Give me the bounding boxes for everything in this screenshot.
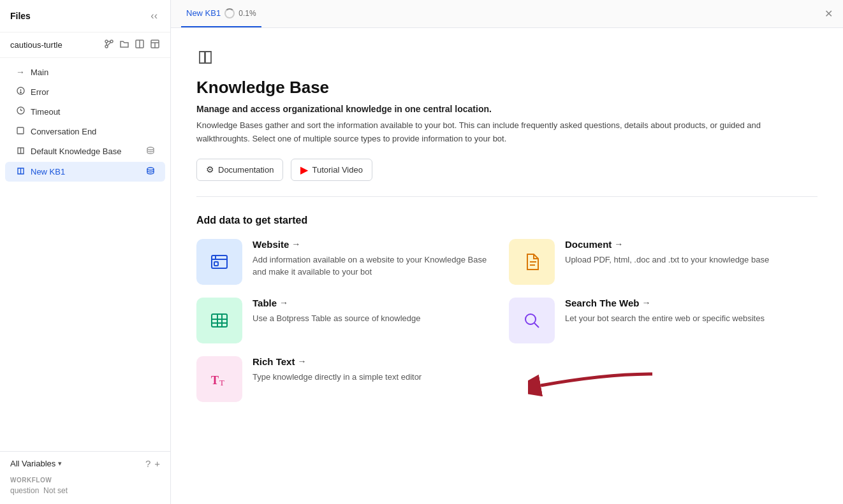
svg-rect-23 <box>214 262 218 266</box>
arrow-icon-search-web: → <box>641 298 650 308</box>
sidebar-bottom: All Variables ▾ ? + WORKFLOW question No… <box>0 451 170 504</box>
card-title-rich-text: Rich Text → <box>253 356 496 367</box>
tab-label: New KB1 <box>186 8 221 18</box>
card-icon-table <box>196 298 242 343</box>
documentation-button[interactable]: ⚙ Documentation <box>196 159 283 181</box>
nav-item-new-kb1[interactable]: New KB1 <box>5 162 165 182</box>
svg-point-13 <box>20 92 21 93</box>
nav-label-timeout: Timeout <box>31 107 60 117</box>
card-desc-document: Upload PDF, html, .doc and .txt to your … <box>565 254 809 266</box>
card-icon-website <box>196 239 242 285</box>
sidebar: Files ‹‹ cautious-turtle <box>0 0 171 504</box>
folder-icon[interactable] <box>119 39 129 51</box>
sidebar-header: Files ‹‹ <box>0 0 170 32</box>
sidebar-nav: → Main Error Timeout <box>0 58 170 451</box>
nav-label-conversation-end: Conversation End <box>31 127 96 136</box>
branch-icon[interactable] <box>104 39 114 51</box>
clock-icon <box>15 106 26 117</box>
card-icon-document <box>509 239 555 285</box>
all-variables-row: All Variables ▾ ? + <box>10 458 160 469</box>
doc-icon: ⚙ <box>206 164 214 175</box>
nav-item-error[interactable]: Error <box>5 82 165 101</box>
svg-point-1 <box>110 40 113 43</box>
kb-subtitle: Manage and access organizational knowled… <box>196 104 817 114</box>
nav-label-main: Main <box>31 68 48 77</box>
card-desc-website: Add information available on a website t… <box>253 254 496 278</box>
doc-btn-label: Documentation <box>218 165 274 175</box>
close-tab-button[interactable]: ✕ <box>821 8 833 20</box>
db-icon-default-kb <box>146 146 155 157</box>
kb-title: Knowledge Base <box>196 78 817 97</box>
tutorial-video-button[interactable]: ▶ Tutorial Video <box>291 159 372 181</box>
nav-label-error: Error <box>31 87 49 97</box>
collapse-sidebar-button[interactable]: ‹‹ <box>148 9 160 23</box>
all-variables-dropdown[interactable]: All Variables ▾ <box>10 459 62 468</box>
svg-point-0 <box>105 40 108 43</box>
svg-text:T: T <box>211 374 219 387</box>
add-variable-button[interactable]: + <box>154 458 160 469</box>
arrow-right-icon: → <box>15 67 26 77</box>
main-body: Knowledge Base Manage and access organiz… <box>171 28 843 504</box>
nav-item-conversation-end[interactable]: Conversation End <box>5 122 165 141</box>
table-icon[interactable] <box>150 39 160 51</box>
card-desc-search-web: Let your bot search the entire web or sp… <box>565 312 809 325</box>
tab-bar: New KB1 0.1% ✕ <box>171 0 843 28</box>
workflow-var-name: question <box>10 486 39 495</box>
arrow-icon-rich-text: → <box>297 356 306 366</box>
tab-loader <box>224 8 235 18</box>
workflow-section: WORKFLOW question Not set <box>10 474 160 498</box>
cards-grid: Website → Add information available on a… <box>196 239 809 402</box>
card-rich-text[interactable]: T T Rich Text → Type knowledge directly … <box>196 356 496 402</box>
card-icon-search-web <box>509 298 555 343</box>
card-content-rich-text: Rich Text → Type knowledge directly in a… <box>253 356 496 384</box>
var-actions: ? + <box>145 458 160 469</box>
nav-item-default-kb[interactable]: Default Knowledge Base <box>5 141 165 161</box>
nav-label-new-kb1: New KB1 <box>31 167 65 176</box>
svg-point-18 <box>147 147 154 150</box>
card-title-search-web: Search The Web → <box>565 298 809 308</box>
card-search-web[interactable]: Search The Web → Let your bot search the… <box>509 298 809 343</box>
card-content-website: Website → Add information available on a… <box>253 239 496 278</box>
card-title-website: Website → <box>253 239 496 250</box>
sidebar-title: Files <box>10 11 31 21</box>
card-content-document: Document → Upload PDF, html, .doc and .t… <box>565 239 809 266</box>
nav-label-default-kb: Default Knowledge Base <box>31 147 121 156</box>
help-button[interactable]: ? <box>145 458 150 469</box>
tutorial-btn-label: Tutorial Video <box>312 165 363 175</box>
card-document[interactable]: Document → Upload PDF, html, .doc and .t… <box>509 239 809 285</box>
card-table[interactable]: Table → Use a Botpress Table as source o… <box>196 298 496 343</box>
error-icon <box>15 87 26 97</box>
tab-new-kb1[interactable]: New KB1 0.1% <box>181 0 261 27</box>
arrow-icon-table: → <box>279 298 288 308</box>
svg-point-19 <box>147 168 154 170</box>
card-desc-table: Use a Botpress Table as source of knowle… <box>253 312 496 325</box>
red-arrow-indicator <box>528 368 656 402</box>
card-content-table: Table → Use a Botpress Table as source o… <box>253 298 496 325</box>
arrow-icon-document: → <box>614 239 623 249</box>
card-content-search-web: Search The Web → Let your bot search the… <box>565 298 809 325</box>
youtube-icon: ▶ <box>300 164 308 176</box>
card-icon-rich-text: T T <box>196 356 242 402</box>
sidebar-username: cautious-turtle <box>10 40 62 50</box>
svg-point-31 <box>525 314 536 324</box>
square-icon <box>15 126 26 136</box>
workflow-var: question Not set <box>10 486 160 495</box>
svg-line-32 <box>534 323 539 328</box>
add-data-title: Add data to get started <box>196 215 817 226</box>
svg-text:T: T <box>219 378 224 387</box>
card-title-table: Table → <box>253 298 496 308</box>
nav-item-main[interactable]: → Main <box>5 62 165 82</box>
kb-links: ⚙ Documentation ▶ Tutorial Video <box>196 159 817 197</box>
svg-rect-26 <box>212 314 227 327</box>
workflow-var-value: Not set <box>43 486 68 495</box>
nav-item-timeout[interactable]: Timeout <box>5 102 165 121</box>
sidebar-user-row: cautious-turtle <box>0 32 170 58</box>
tab-progress: 0.1% <box>238 9 256 18</box>
knowledge-base-icon <box>196 48 817 70</box>
book-icon[interactable] <box>135 39 145 51</box>
card-title-document: Document → <box>565 239 809 250</box>
card-website[interactable]: Website → Add information available on a… <box>196 239 496 285</box>
sidebar-user-icons <box>104 39 160 51</box>
workflow-label: WORKFLOW <box>10 477 160 484</box>
chevron-down-icon: ▾ <box>58 459 62 468</box>
